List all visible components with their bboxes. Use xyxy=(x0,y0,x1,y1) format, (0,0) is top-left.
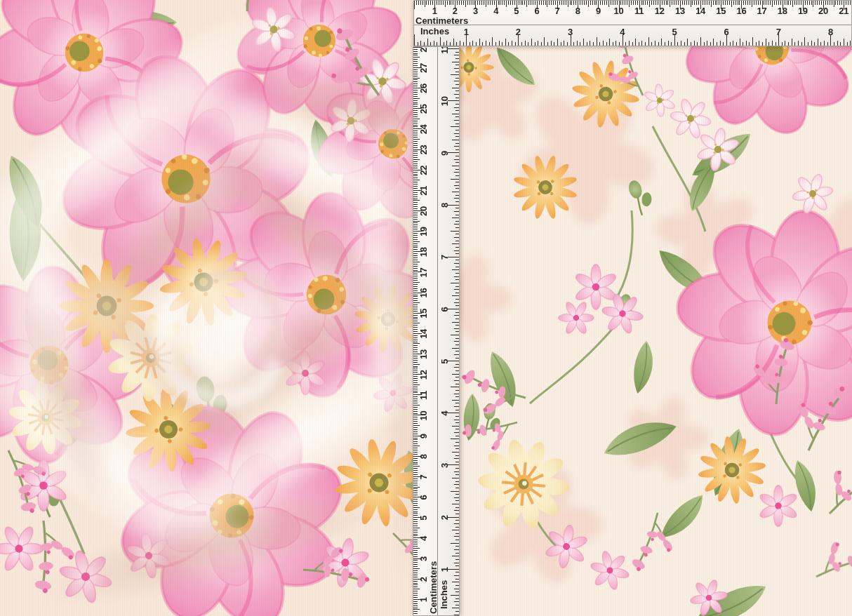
ruler-tick xyxy=(664,1,665,5)
cm-number: 4 xyxy=(419,536,428,541)
ruler-tick xyxy=(451,543,460,544)
ruler-tick xyxy=(413,368,418,368)
ruler-tick xyxy=(452,556,459,556)
ruler-tick xyxy=(413,94,418,95)
ruler-tick xyxy=(694,41,695,46)
ruler-tick xyxy=(648,37,649,46)
ruler-tick xyxy=(486,1,486,7)
ruler-tick xyxy=(696,1,697,5)
ruler-tick xyxy=(413,389,418,389)
ruler-tick xyxy=(455,481,459,482)
ruler-tick xyxy=(454,68,460,69)
ruler-tick xyxy=(561,42,561,46)
ruler-tick xyxy=(413,121,418,121)
ruler-tick xyxy=(413,382,418,383)
ruler-tick xyxy=(651,1,652,5)
ruler-tick xyxy=(655,1,656,5)
ruler-tick xyxy=(668,41,669,46)
ruler-tick xyxy=(451,179,460,180)
ruler-tick xyxy=(413,102,418,103)
ruler-tick xyxy=(413,157,418,158)
ruler-tick xyxy=(413,452,418,453)
ruler-tick xyxy=(454,328,460,329)
ruler-tick xyxy=(455,436,459,436)
ruler-tick xyxy=(602,1,603,5)
ruler-tick xyxy=(413,490,418,491)
ruler-tick xyxy=(413,376,418,377)
ruler-tick xyxy=(413,521,418,522)
ruler-tick xyxy=(794,1,795,5)
ruler-tick xyxy=(710,42,711,46)
ruler-tick xyxy=(413,544,418,544)
ruler-tick xyxy=(735,1,736,5)
ruler-tick xyxy=(413,163,418,164)
ruler-tick xyxy=(707,41,707,46)
ruler-tick xyxy=(455,370,459,371)
ruler-tick xyxy=(413,466,420,467)
ruler-tick xyxy=(454,446,460,446)
ruler-tick xyxy=(413,274,418,274)
ruler-tick xyxy=(686,1,687,5)
ruler-tick xyxy=(568,1,568,7)
ruler-tick xyxy=(414,1,415,9)
ruler-tick xyxy=(766,39,766,46)
ruler-tick xyxy=(448,48,459,49)
ruler-tick xyxy=(524,1,525,5)
ruler-tick xyxy=(455,377,459,377)
ruler-tick xyxy=(759,41,759,46)
ruler-tick xyxy=(649,1,650,7)
ruler-tick xyxy=(413,282,420,283)
cm-number: 18 xyxy=(419,247,428,257)
ruler-tick xyxy=(535,42,535,46)
ruler-tick xyxy=(413,137,418,138)
ruler-tick xyxy=(827,42,828,46)
ruler-tick xyxy=(452,62,459,62)
ruler-tick xyxy=(725,1,726,5)
ruler-tick xyxy=(455,410,459,410)
ruler-tick xyxy=(543,1,544,5)
ruler-tick xyxy=(474,1,474,5)
ruler-tick xyxy=(413,123,418,123)
ruler-tick xyxy=(531,39,532,46)
ruler-tick xyxy=(413,554,418,555)
ruler-tick xyxy=(667,1,668,5)
ruler-tick xyxy=(413,603,418,604)
cm-number: 3 xyxy=(473,6,478,15)
cm-number: 2 xyxy=(419,577,428,582)
ruler-tick xyxy=(455,305,459,306)
ruler-tick xyxy=(479,1,480,5)
ruler-tick xyxy=(465,1,466,7)
ruler-tick xyxy=(508,42,509,46)
ruler-tick xyxy=(413,487,420,488)
cm-number: 20 xyxy=(818,6,828,15)
ruler-tick xyxy=(713,39,714,46)
ruler-tick xyxy=(756,1,757,5)
ruler-tick xyxy=(413,443,418,444)
ruler-tick xyxy=(746,41,747,46)
ruler-tick xyxy=(437,42,437,46)
ruler-tick xyxy=(413,139,420,140)
ruler-tick xyxy=(678,1,679,5)
ruler-tick xyxy=(455,110,459,111)
inch-number: 9 xyxy=(440,151,449,156)
ruler-tick xyxy=(413,407,418,408)
ruler-tick xyxy=(413,605,418,606)
ruler-tick xyxy=(455,98,459,98)
ruler-tick xyxy=(452,426,459,427)
cm-number: 24 xyxy=(419,124,428,134)
ruler-tick xyxy=(454,224,460,225)
ruler-tick xyxy=(635,1,636,5)
ruler-tick xyxy=(455,312,459,313)
ruler-tick xyxy=(414,34,415,46)
ruler-tick xyxy=(413,434,418,434)
ruler-tick xyxy=(641,41,642,46)
ruler-tick xyxy=(413,188,418,189)
ruler-tick xyxy=(452,452,459,453)
ruler-tick xyxy=(592,1,593,5)
ruler-tick xyxy=(413,206,418,207)
ruler-tick xyxy=(454,146,460,147)
ruler-tick xyxy=(651,42,652,46)
ruler-tick xyxy=(455,221,459,222)
ruler-tick xyxy=(752,37,753,46)
ruler-tick xyxy=(413,405,420,406)
